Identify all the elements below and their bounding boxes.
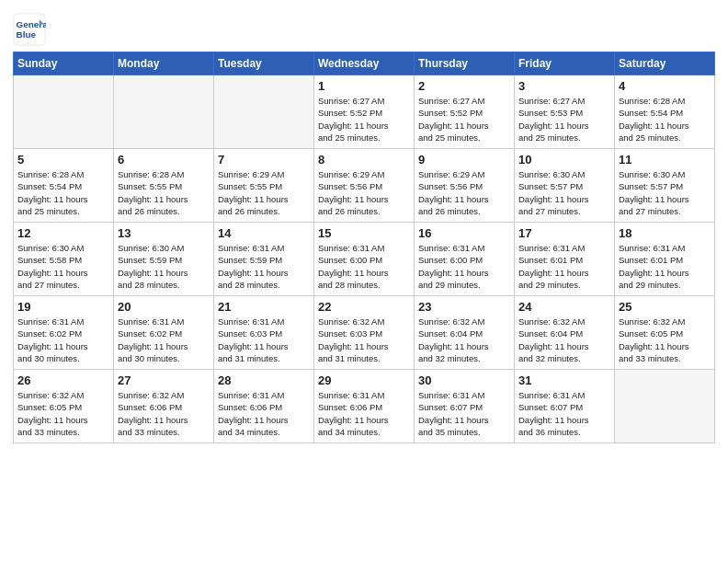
calendar-cell: 8Sunrise: 6:29 AM Sunset: 5:56 PM Daylig… [314, 149, 415, 223]
day-number: 16 [418, 226, 510, 240]
logo: General Blue [13, 13, 48, 46]
day-number: 26 [17, 373, 109, 387]
calendar-week-4: 19Sunrise: 6:31 AM Sunset: 6:02 PM Dayli… [14, 296, 715, 370]
calendar-cell: 6Sunrise: 6:28 AM Sunset: 5:55 PM Daylig… [114, 149, 214, 223]
day-info: Sunrise: 6:28 AM Sunset: 5:54 PM Dayligh… [619, 95, 711, 144]
day-info: Sunrise: 6:30 AM Sunset: 5:58 PM Dayligh… [17, 242, 109, 291]
calendar-cell: 2Sunrise: 6:27 AM Sunset: 5:52 PM Daylig… [415, 75, 515, 149]
weekday-header-saturday: Saturday [615, 52, 715, 75]
day-info: Sunrise: 6:27 AM Sunset: 5:52 PM Dayligh… [418, 95, 510, 144]
calendar-cell: 26Sunrise: 6:32 AM Sunset: 6:05 PM Dayli… [14, 370, 114, 443]
calendar-cell: 13Sunrise: 6:30 AM Sunset: 5:59 PM Dayli… [114, 223, 214, 296]
calendar-cell: 19Sunrise: 6:31 AM Sunset: 6:02 PM Dayli… [14, 296, 114, 370]
day-info: Sunrise: 6:28 AM Sunset: 5:55 PM Dayligh… [118, 168, 210, 217]
day-number: 12 [17, 226, 109, 240]
calendar-cell: 21Sunrise: 6:31 AM Sunset: 6:03 PM Dayli… [214, 296, 314, 370]
day-number: 1 [318, 79, 410, 93]
day-number: 24 [518, 300, 610, 314]
day-info: Sunrise: 6:30 AM Sunset: 5:57 PM Dayligh… [518, 168, 610, 217]
calendar-cell [615, 370, 715, 443]
calendar-week-1: 1Sunrise: 6:27 AM Sunset: 5:52 PM Daylig… [14, 75, 715, 149]
day-info: Sunrise: 6:30 AM Sunset: 5:57 PM Dayligh… [619, 168, 711, 217]
weekday-header-sunday: Sunday [14, 52, 114, 75]
calendar-table: SundayMondayTuesdayWednesdayThursdayFrid… [13, 52, 715, 443]
day-info: Sunrise: 6:32 AM Sunset: 6:04 PM Dayligh… [518, 316, 610, 364]
calendar-cell: 7Sunrise: 6:29 AM Sunset: 5:55 PM Daylig… [214, 149, 314, 223]
day-number: 20 [118, 300, 210, 314]
calendar-cell: 30Sunrise: 6:31 AM Sunset: 6:07 PM Dayli… [415, 370, 515, 443]
day-info: Sunrise: 6:31 AM Sunset: 6:00 PM Dayligh… [318, 242, 410, 291]
day-number: 11 [619, 153, 711, 167]
day-info: Sunrise: 6:31 AM Sunset: 6:07 PM Dayligh… [518, 389, 610, 438]
day-number: 23 [418, 300, 510, 314]
calendar-cell: 18Sunrise: 6:31 AM Sunset: 6:01 PM Dayli… [615, 223, 715, 296]
day-info: Sunrise: 6:29 AM Sunset: 5:56 PM Dayligh… [418, 168, 510, 217]
day-number: 4 [619, 79, 711, 93]
calendar-cell: 31Sunrise: 6:31 AM Sunset: 6:07 PM Dayli… [515, 370, 615, 443]
calendar-cell: 22Sunrise: 6:32 AM Sunset: 6:03 PM Dayli… [314, 296, 415, 370]
day-number: 5 [17, 153, 109, 167]
day-info: Sunrise: 6:31 AM Sunset: 6:02 PM Dayligh… [118, 316, 210, 364]
day-info: Sunrise: 6:31 AM Sunset: 6:06 PM Dayligh… [218, 389, 310, 438]
weekday-header-friday: Friday [515, 52, 615, 75]
day-number: 13 [118, 226, 210, 240]
day-info: Sunrise: 6:31 AM Sunset: 6:01 PM Dayligh… [518, 242, 610, 291]
calendar-cell: 29Sunrise: 6:31 AM Sunset: 6:06 PM Dayli… [314, 370, 415, 443]
day-info: Sunrise: 6:31 AM Sunset: 6:03 PM Dayligh… [218, 316, 310, 364]
weekday-header-wednesday: Wednesday [314, 52, 415, 75]
calendar-cell [14, 75, 114, 149]
weekday-header-thursday: Thursday [415, 52, 515, 75]
calendar-cell: 11Sunrise: 6:30 AM Sunset: 5:57 PM Dayli… [615, 149, 715, 223]
day-info: Sunrise: 6:31 AM Sunset: 6:02 PM Dayligh… [17, 316, 109, 364]
day-number: 6 [118, 153, 210, 167]
day-info: Sunrise: 6:32 AM Sunset: 6:05 PM Dayligh… [17, 389, 109, 438]
calendar-cell: 16Sunrise: 6:31 AM Sunset: 6:00 PM Dayli… [415, 223, 515, 296]
day-number: 27 [118, 373, 210, 387]
day-info: Sunrise: 6:31 AM Sunset: 5:59 PM Dayligh… [218, 242, 310, 291]
calendar-week-3: 12Sunrise: 6:30 AM Sunset: 5:58 PM Dayli… [14, 223, 715, 296]
day-info: Sunrise: 6:31 AM Sunset: 6:00 PM Dayligh… [418, 242, 510, 291]
calendar-cell: 12Sunrise: 6:30 AM Sunset: 5:58 PM Dayli… [14, 223, 114, 296]
day-number: 30 [418, 373, 510, 387]
day-number: 10 [518, 153, 610, 167]
calendar-cell: 10Sunrise: 6:30 AM Sunset: 5:57 PM Dayli… [515, 149, 615, 223]
day-info: Sunrise: 6:32 AM Sunset: 6:06 PM Dayligh… [118, 389, 210, 438]
calendar-cell: 17Sunrise: 6:31 AM Sunset: 6:01 PM Dayli… [515, 223, 615, 296]
day-number: 7 [218, 153, 310, 167]
day-number: 22 [318, 300, 410, 314]
day-info: Sunrise: 6:30 AM Sunset: 5:59 PM Dayligh… [118, 242, 210, 291]
day-number: 17 [518, 226, 610, 240]
calendar-cell [214, 75, 314, 149]
day-info: Sunrise: 6:32 AM Sunset: 6:05 PM Dayligh… [619, 316, 711, 364]
page-container: General Blue SundayMondayTuesdayWednesda… [0, 0, 728, 563]
day-number: 19 [17, 300, 109, 314]
day-number: 18 [619, 226, 711, 240]
calendar-cell: 20Sunrise: 6:31 AM Sunset: 6:02 PM Dayli… [114, 296, 214, 370]
day-info: Sunrise: 6:28 AM Sunset: 5:54 PM Dayligh… [17, 168, 109, 217]
day-number: 9 [418, 153, 510, 167]
day-info: Sunrise: 6:31 AM Sunset: 6:06 PM Dayligh… [318, 389, 410, 438]
header: General Blue [13, 9, 715, 46]
calendar-week-5: 26Sunrise: 6:32 AM Sunset: 6:05 PM Dayli… [14, 370, 715, 443]
calendar-cell: 15Sunrise: 6:31 AM Sunset: 6:00 PM Dayli… [314, 223, 415, 296]
calendar-cell: 28Sunrise: 6:31 AM Sunset: 6:06 PM Dayli… [214, 370, 314, 443]
weekday-header-monday: Monday [114, 52, 214, 75]
calendar-cell: 24Sunrise: 6:32 AM Sunset: 6:04 PM Dayli… [515, 296, 615, 370]
calendar-cell: 14Sunrise: 6:31 AM Sunset: 5:59 PM Dayli… [214, 223, 314, 296]
day-number: 29 [318, 373, 410, 387]
svg-text:Blue: Blue [17, 29, 37, 40]
day-number: 31 [518, 373, 610, 387]
calendar-cell: 1Sunrise: 6:27 AM Sunset: 5:52 PM Daylig… [314, 75, 415, 149]
day-info: Sunrise: 6:32 AM Sunset: 6:04 PM Dayligh… [418, 316, 510, 364]
day-number: 25 [619, 300, 711, 314]
day-number: 21 [218, 300, 310, 314]
calendar-cell: 3Sunrise: 6:27 AM Sunset: 5:53 PM Daylig… [515, 75, 615, 149]
calendar-cell [114, 75, 214, 149]
weekday-header-tuesday: Tuesday [214, 52, 314, 75]
calendar-cell: 4Sunrise: 6:28 AM Sunset: 5:54 PM Daylig… [615, 75, 715, 149]
svg-text:General: General [17, 19, 46, 29]
day-info: Sunrise: 6:31 AM Sunset: 6:01 PM Dayligh… [619, 242, 711, 291]
weekday-header-row: SundayMondayTuesdayWednesdayThursdayFrid… [14, 52, 715, 75]
calendar-cell: 25Sunrise: 6:32 AM Sunset: 6:05 PM Dayli… [615, 296, 715, 370]
calendar-cell: 5Sunrise: 6:28 AM Sunset: 5:54 PM Daylig… [14, 149, 114, 223]
